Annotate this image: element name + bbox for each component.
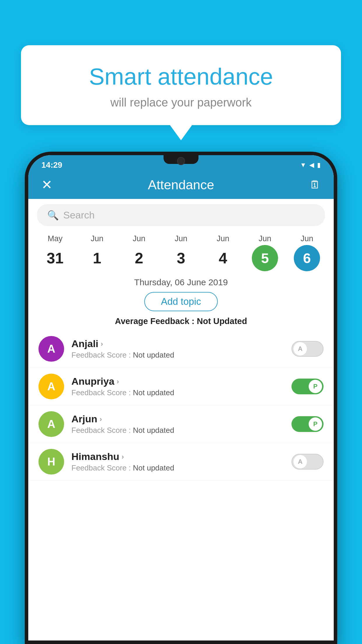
attendance-toggle-1[interactable]: P	[291, 379, 324, 394]
attendance-toggle-2[interactable]: P	[291, 416, 324, 432]
search-icon: 🔍	[47, 210, 59, 221]
student-feedback-3: Feedback Score : Not updated	[71, 463, 284, 473]
toggle-wrap-0[interactable]: A	[291, 341, 324, 357]
toggle-thumb-1: P	[309, 380, 322, 393]
bubble-subtitle: will replace your paperwork	[41, 96, 321, 109]
attendance-toggle-3[interactable]: A	[291, 454, 324, 470]
toggle-wrap-1[interactable]: P	[291, 379, 324, 394]
student-item-1[interactable]: AAnupriya ›Feedback Score : Not updatedP	[28, 368, 334, 405]
student-item-3[interactable]: HHimanshu ›Feedback Score : Not updatedA	[28, 443, 334, 481]
toggle-wrap-2[interactable]: P	[291, 416, 324, 432]
cal-day-num-5: 5	[252, 245, 278, 271]
cal-day-num-3: 3	[168, 245, 194, 271]
add-topic-container: Add topic	[28, 290, 334, 315]
student-info-2: Arjun ›Feedback Score : Not updated	[71, 413, 284, 435]
close-button[interactable]: ✕	[41, 177, 52, 192]
chevron-icon: ›	[122, 453, 124, 461]
student-info-0: Anjali ›Feedback Score : Not updated	[71, 338, 284, 360]
signal-icon: ◀	[309, 161, 314, 169]
cal-day-num-2: 2	[126, 245, 152, 271]
calendar-day-6[interactable]: Jun6	[289, 234, 324, 271]
calendar-day-1[interactable]: Jun1	[80, 234, 115, 271]
avg-feedback: Average Feedback : Not Updated	[28, 315, 334, 330]
toggle-thumb-2: P	[309, 417, 322, 431]
app-header: ✕ Attendance 🗓	[28, 173, 334, 199]
battery-icon: ▮	[317, 161, 321, 169]
search-placeholder: Search	[63, 209, 95, 221]
cal-day-num-0: 31	[42, 245, 68, 271]
student-name-2: Arjun ›	[71, 413, 284, 425]
student-feedback-0: Feedback Score : Not updated	[71, 351, 284, 360]
calendar-day-0[interactable]: May31	[38, 234, 73, 271]
selected-date: Thursday, 06 June 2019	[28, 273, 334, 290]
calendar-icon[interactable]: 🗓	[310, 178, 321, 191]
student-info-3: Himanshu ›Feedback Score : Not updated	[71, 451, 284, 473]
cal-day-num-1: 1	[84, 245, 110, 271]
calendar-day-5[interactable]: Jun5	[247, 234, 282, 271]
calendar-day-2[interactable]: Jun2	[122, 234, 157, 271]
cal-day-num-6: 6	[294, 245, 320, 271]
student-list: AAnjali ›Feedback Score : Not updatedAAA…	[28, 330, 334, 640]
student-feedback-1: Feedback Score : Not updated	[71, 388, 284, 397]
toggle-thumb-3: A	[294, 455, 307, 468]
phone-camera	[177, 157, 185, 165]
bubble-title: Smart attendance	[41, 63, 321, 91]
student-name-1: Anupriya ›	[71, 376, 284, 387]
chevron-icon: ›	[117, 377, 119, 386]
cal-day-num-4: 4	[210, 245, 236, 271]
cal-month-4: Jun	[217, 234, 229, 243]
add-topic-button[interactable]: Add topic	[144, 292, 218, 311]
cal-month-1: Jun	[91, 234, 103, 243]
student-name-0: Anjali ›	[71, 338, 284, 349]
calendar-day-4[interactable]: Jun4	[205, 234, 240, 271]
student-avatar-1: A	[38, 374, 64, 399]
toggle-wrap-3[interactable]: A	[291, 454, 324, 470]
student-name-3: Himanshu ›	[71, 451, 284, 462]
student-item-2[interactable]: AArjun ›Feedback Score : Not updatedP	[28, 405, 334, 443]
calendar-strip: May31Jun1Jun2Jun3Jun4Jun5Jun6	[28, 231, 334, 273]
student-info-1: Anupriya ›Feedback Score : Not updated	[71, 376, 284, 397]
wifi-icon: ▼	[300, 161, 306, 169]
chevron-icon: ›	[101, 340, 103, 348]
search-bar[interactable]: 🔍 Search	[37, 204, 325, 226]
cal-month-0: May	[48, 234, 62, 243]
student-item-0[interactable]: AAnjali ›Feedback Score : Not updatedA	[28, 330, 334, 368]
cal-month-2: Jun	[133, 234, 145, 243]
student-avatar-3: H	[38, 449, 64, 475]
speech-bubble: Smart attendance will replace your paper…	[21, 45, 341, 125]
status-time: 14:29	[41, 160, 62, 170]
calendar-day-3[interactable]: Jun3	[164, 234, 198, 271]
status-icons: ▼ ◀ ▮	[300, 161, 321, 169]
student-avatar-0: A	[38, 336, 64, 362]
student-feedback-2: Feedback Score : Not updated	[71, 426, 284, 435]
chevron-icon: ›	[100, 415, 102, 423]
cal-month-3: Jun	[175, 234, 187, 243]
student-avatar-2: A	[38, 411, 64, 437]
cal-month-6: Jun	[301, 234, 313, 243]
toggle-thumb-0: A	[294, 342, 307, 356]
attendance-toggle-0[interactable]: A	[291, 341, 324, 357]
header-title: Attendance	[148, 177, 214, 192]
cal-month-5: Jun	[259, 234, 271, 243]
phone-frame: 14:29 ▼ ◀ ▮ ✕ Attendance 🗓 🔍 Search May3…	[25, 152, 337, 644]
phone-screen: 14:29 ▼ ◀ ▮ ✕ Attendance 🗓 🔍 Search May3…	[28, 155, 334, 640]
